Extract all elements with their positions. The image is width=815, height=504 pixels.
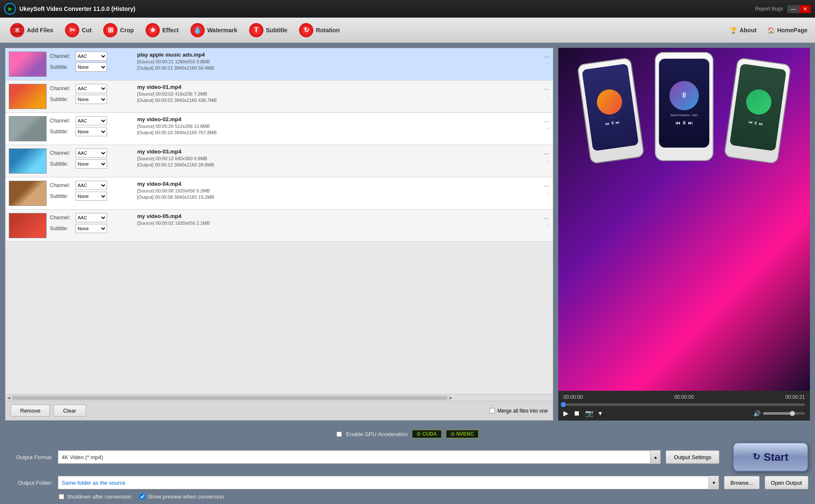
clear-button[interactable]: Clear	[53, 405, 86, 417]
file-actions: ... -	[544, 148, 549, 174]
progress-knob[interactable]	[561, 402, 566, 407]
file-name: my video-05.mp4	[137, 213, 541, 219]
file-source-info: [Source] 00:00:08 1920x650 9.2MB	[137, 188, 541, 193]
phone-left: ♪ ♪ ♪ ⏮ ⏸ ⏭	[577, 57, 645, 164]
crop-label: Crop	[120, 27, 134, 34]
list-item[interactable]: Channel: AACAC3MP3 Subtitle: None my vid…	[5, 113, 553, 145]
minimize-button[interactable]: —	[787, 5, 799, 13]
list-item[interactable]: Channel: AACAC3MP3 Subtitle: None my vid…	[5, 81, 553, 113]
file-source-info: [Source] 00:00:21 1280x650 9.8MB	[137, 59, 541, 64]
subtitle-select[interactable]: None	[76, 224, 107, 233]
channel-select[interactable]: AACAC3MP3	[76, 181, 107, 190]
about-icon: 🏆	[730, 27, 737, 34]
subtitle-button[interactable]: T Subtitle	[243, 20, 293, 40]
file-list-scroll[interactable]: Channel: AACAC3MP3 Subtitle: None play a…	[5, 48, 553, 394]
output-folder-select-container: ▼	[58, 476, 719, 489]
file-name: play apple music ads.mp4	[137, 52, 541, 58]
subtitle-label: Subtitle:	[50, 226, 73, 231]
cut-button[interactable]: ✂ Cut	[59, 20, 97, 40]
crop-button[interactable]: ⊞ Crop	[97, 20, 140, 40]
homepage-button[interactable]: 🏠 HomePage	[764, 25, 811, 35]
channel-label: Channel:	[50, 53, 73, 59]
stop-button[interactable]: ⏹	[573, 410, 580, 417]
file-dash: -	[548, 222, 549, 228]
channel-select[interactable]: AACAC3MP3	[76, 116, 107, 125]
add-files-icon: +	[10, 23, 24, 37]
show-preview-option[interactable]: Show preview when conversion	[140, 494, 224, 500]
channel-select[interactable]: AACAC3MP3	[76, 84, 107, 93]
open-output-button[interactable]: Open Output	[765, 476, 808, 489]
output-folder-label: Output Folder:	[7, 480, 53, 486]
subtitle-label: Subtitle:	[50, 161, 73, 167]
time-mid: 00:00:00	[674, 394, 694, 400]
report-bugs-link[interactable]: Report Bugs	[755, 6, 783, 12]
nvenc-badge: ⊙ NVENC	[446, 430, 479, 438]
merge-checkbox[interactable]	[490, 408, 495, 413]
output-format-arrow[interactable]: ▲	[650, 450, 660, 464]
file-actions: ... -	[544, 213, 549, 238]
gpu-acceleration-label[interactable]: Enable GPU Acceleration	[346, 431, 408, 437]
bottom-bar: Enable GPU Acceleration ⊙ CUDA ⊙ NVENC O…	[0, 426, 815, 504]
subtitle-select[interactable]: None	[76, 159, 107, 169]
subtitle-select[interactable]: None	[76, 95, 107, 104]
cuda-icon: ⊙	[417, 431, 421, 437]
start-label: Start	[763, 451, 788, 464]
file-more-button[interactable]: ...	[544, 213, 549, 221]
nvenc-icon: ⊙	[450, 431, 455, 437]
channel-select[interactable]: AACAC3MP3	[76, 213, 107, 222]
rotation-label: Rotation	[316, 27, 340, 34]
list-item[interactable]: Channel: AACAC3MP3 Subtitle: None my vid…	[5, 177, 553, 210]
preview-panel: ♪ ♪ ♪ ⏮ ⏸ ⏭ ⏸	[558, 48, 810, 421]
gpu-acceleration-checkbox[interactable]	[336, 431, 342, 437]
file-thumbnail	[9, 116, 47, 141]
channel-select[interactable]: AACAC3MP3	[76, 52, 107, 61]
file-more-button[interactable]: ...	[544, 52, 549, 59]
file-actions: ... -	[544, 52, 549, 77]
file-name: my video-03.mp4	[137, 148, 541, 155]
volume-bar[interactable]	[763, 412, 805, 415]
effect-button[interactable]: ★ Effect	[140, 20, 185, 40]
volume-knob[interactable]	[790, 411, 795, 416]
file-more-button[interactable]: ...	[544, 116, 549, 124]
merge-label[interactable]: Merge all files into one	[497, 408, 548, 414]
subtitle-select[interactable]: None	[76, 192, 107, 201]
list-item[interactable]: Channel: AACAC3MP3 Subtitle: None play a…	[5, 48, 553, 81]
screenshot-button[interactable]: 📷	[585, 409, 594, 417]
file-more-button[interactable]: ...	[544, 84, 549, 91]
channel-select[interactable]: AACAC3MP3	[76, 148, 107, 158]
file-more-button[interactable]: ...	[544, 181, 549, 188]
file-more-button[interactable]: ...	[544, 148, 549, 156]
screenshot-dropdown[interactable]: ▾	[599, 409, 602, 417]
file-dash: -	[548, 190, 549, 196]
close-button[interactable]: ✕	[799, 5, 811, 13]
file-actions: ... -	[544, 116, 549, 141]
output-format-input[interactable]	[58, 452, 650, 462]
list-item[interactable]: Channel: AACAC3MP3 Subtitle: None my vid…	[5, 210, 553, 242]
progress-bar[interactable]	[563, 403, 805, 406]
file-source-info: [Source] 00:03:02 416x236 7.3MB	[137, 91, 541, 96]
subtitle-select[interactable]: None	[76, 62, 107, 72]
horizontal-scrollbar[interactable]: ◀ ▶	[5, 394, 553, 401]
file-output-info: [Output] 00:05:20 3840x2160 767.8MB	[137, 130, 541, 135]
file-list-panel: Channel: AACAC3MP3 Subtitle: None play a…	[5, 48, 553, 421]
watermark-button[interactable]: 💧 Watermark	[185, 20, 243, 40]
file-info: my video-04.mp4 [Source] 00:00:08 1920x6…	[137, 181, 541, 206]
preview-video: ♪ ♪ ♪ ⏮ ⏸ ⏭ ⏸	[558, 48, 810, 391]
output-folder-input[interactable]	[58, 478, 708, 488]
rotation-button[interactable]: ↻ Rotation	[293, 20, 346, 40]
show-preview-checkbox[interactable]	[140, 494, 145, 499]
start-button[interactable]: ↻ Start	[733, 442, 808, 472]
add-files-button[interactable]: + Add Files	[4, 20, 59, 40]
cuda-badge: ⊙ CUDA	[412, 430, 442, 438]
remove-button[interactable]: Remove	[10, 405, 50, 417]
nvenc-label: NVENC	[456, 431, 474, 437]
list-item[interactable]: Channel: AACAC3MP3 Subtitle: None my vid…	[5, 145, 553, 177]
subtitle-select[interactable]: None	[76, 127, 107, 136]
output-folder-arrow[interactable]: ▼	[708, 476, 719, 489]
shutdown-option[interactable]: Shutdown after conversion	[59, 494, 131, 500]
play-button[interactable]: ▶	[563, 409, 568, 417]
about-button[interactable]: 🏆 About	[726, 25, 760, 35]
browse-button[interactable]: Browse...	[724, 476, 759, 489]
output-settings-button[interactable]: Output Settings	[666, 450, 719, 464]
shutdown-checkbox[interactable]	[59, 494, 64, 499]
